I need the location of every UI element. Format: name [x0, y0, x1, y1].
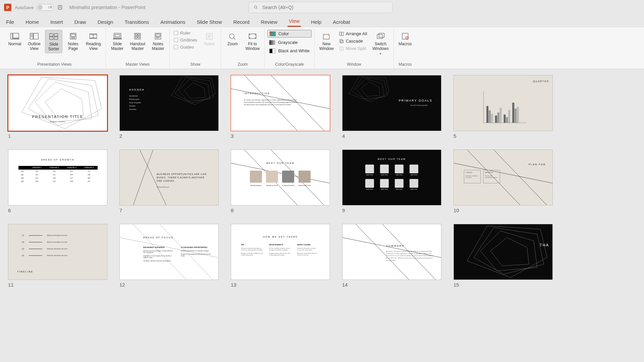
- slide-thumbnail-1[interactable]: PRESENTATION TITLEElegant · Modern1: [8, 75, 107, 139]
- svg-marker-100: [490, 238, 529, 266]
- svg-rect-16: [54, 37, 58, 40]
- document-title: Minimalist presentation - PowerPoint: [69, 5, 145, 10]
- tab-draw[interactable]: Draw: [73, 17, 88, 27]
- slide-number: 4: [342, 133, 441, 139]
- ribbon-tabs: FileHomeInsertDrawDesignTransitionsAnima…: [0, 15, 644, 27]
- slide-thumbnail-7[interactable]: BUSINESS OPPORTUNITIES ARE LIKE BUSES. T…: [119, 149, 219, 213]
- arrange-all-button[interactable]: Arrange All: [338, 31, 369, 37]
- svg-rect-15: [50, 37, 53, 40]
- black-white-button[interactable]: Black and White: [267, 47, 312, 54]
- move-split-button: Move Split: [338, 45, 369, 52]
- macros-button[interactable]: Macros: [396, 30, 414, 48]
- zoom-button[interactable]: Zoom: [224, 30, 241, 48]
- tab-insert[interactable]: Insert: [49, 17, 64, 27]
- tab-transitions[interactable]: Transitions: [123, 17, 150, 27]
- group-presentation-views: Normal Outline View Slide Sorter Notes P…: [3, 28, 106, 69]
- svg-rect-7: [13, 39, 19, 39]
- slide-number: 6: [8, 207, 107, 213]
- ruler-checkbox[interactable]: Ruler: [172, 30, 199, 36]
- new-window-button[interactable]: New Window: [317, 30, 336, 53]
- autosave-toggle[interactable]: Off: [37, 4, 54, 11]
- svg-marker-68: [361, 82, 380, 96]
- svg-rect-27: [136, 34, 137, 36]
- svg-rect-18: [71, 34, 75, 37]
- tab-home[interactable]: Home: [24, 17, 40, 27]
- slide-number: 1: [8, 133, 107, 139]
- slide-number: 3: [231, 133, 330, 139]
- tab-animations[interactable]: Animations: [159, 17, 186, 27]
- slide-thumbnail-10[interactable]: PLAN FORPLANNINGSynergize scalable e-com…: [453, 149, 553, 213]
- slide-number: 15: [453, 282, 553, 288]
- slide-number: 13: [231, 282, 330, 288]
- grayscale-button[interactable]: Grayscale: [267, 39, 312, 46]
- slide-thumbnail-14[interactable]: SUMMARYAt Contoso, we believe in giving …: [342, 224, 441, 288]
- svg-rect-45: [339, 32, 341, 36]
- slide-thumbnail-13[interactable]: HOW WE GET THEREROIEnvision multi-channe…: [231, 224, 330, 288]
- svg-marker-67: [356, 79, 384, 99]
- slide-number: 9: [342, 207, 441, 213]
- slide-thumbnail-8[interactable]: MEET OUR TEAMTAKUMA HAYASHIMIRJAM NILSSO…: [231, 149, 330, 213]
- svg-point-39: [230, 34, 234, 39]
- search-box[interactable]: [249, 2, 393, 13]
- slide-thumbnail-2[interactable]: AGENDAIntroductionPrimary goalsAreas of …: [119, 75, 219, 139]
- svg-rect-70: [486, 106, 488, 123]
- tab-design[interactable]: Design: [96, 17, 115, 27]
- svg-rect-71: [489, 110, 491, 123]
- fit-to-window-button[interactable]: Fit to Window: [243, 30, 262, 53]
- switch-windows-button[interactable]: Switch Windows▾: [370, 30, 391, 57]
- tab-record[interactable]: Record: [232, 17, 251, 27]
- svg-rect-25: [113, 39, 121, 39]
- slide-number: 8: [231, 207, 330, 213]
- svg-rect-24: [115, 35, 120, 37]
- ribbon: Normal Outline View Slide Sorter Notes P…: [0, 27, 644, 69]
- save-icon[interactable]: [57, 4, 63, 10]
- slide-sorter-button[interactable]: Slide Sorter: [45, 30, 62, 53]
- notes-page-button[interactable]: Notes Page: [64, 30, 82, 53]
- svg-rect-6: [13, 33, 19, 38]
- svg-marker-66: [353, 77, 387, 101]
- cascade-button[interactable]: Cascade: [338, 38, 369, 44]
- tab-acrobat[interactable]: Acrobat: [331, 17, 352, 27]
- slide-thumbnail-9[interactable]: MEET OUR TEAMNAME HERENAME HERENAME HERE…: [342, 149, 441, 213]
- gridlines-checkbox[interactable]: Gridlines: [172, 37, 199, 43]
- group-show: Ruler Gridlines Guides Notes Show: [170, 28, 221, 69]
- svg-rect-76: [504, 115, 506, 123]
- svg-line-85: [133, 150, 153, 205]
- svg-line-4: [257, 8, 258, 9]
- handout-master-button[interactable]: Handout Master: [128, 30, 147, 53]
- svg-marker-59: [175, 77, 214, 103]
- svg-rect-5: [11, 33, 12, 39]
- group-color-grayscale: Color Grayscale Black and White Color/Gr…: [265, 28, 315, 69]
- slide-sorter[interactable]: PRESENTATION TITLEElegant · Modern1AGEND…: [0, 69, 644, 294]
- slide-master-button[interactable]: Slide Master: [109, 30, 126, 53]
- slide-thumbnail-15[interactable]: THA15: [453, 224, 553, 288]
- notes-master-button[interactable]: Notes Master: [149, 30, 167, 53]
- svg-rect-46: [342, 32, 343, 36]
- svg-rect-53: [402, 33, 408, 39]
- slide-thumbnail-4[interactable]: PRIMARY GOALSAnnual revenue growth4: [342, 75, 441, 139]
- outline-view-button[interactable]: Outline View: [25, 30, 43, 53]
- normal-view-button[interactable]: Normal: [6, 30, 23, 48]
- slide-number: 5: [453, 133, 553, 139]
- notes-button: Notes: [201, 30, 218, 48]
- slide-thumbnail-12[interactable]: AREAS OF FOCUSB2B MARKET SCENARIOSDevelo…: [119, 224, 219, 288]
- slide-number: 14: [342, 282, 441, 288]
- slide-thumbnail-6[interactable]: AREAS OF GROWTHCATEGORY 1CATEGORY 2CATEG…: [8, 149, 107, 213]
- group-window: New Window Arrange All Cascade Move Spli…: [315, 28, 394, 69]
- slide-number: 12: [119, 282, 219, 288]
- color-button[interactable]: Color: [267, 30, 312, 38]
- tab-slide-show[interactable]: Slide Show: [195, 17, 223, 27]
- tab-help[interactable]: Help: [310, 17, 323, 27]
- search-input[interactable]: [262, 5, 388, 10]
- tab-file[interactable]: File: [5, 17, 15, 27]
- powerpoint-icon: P: [4, 4, 11, 11]
- slide-thumbnail-3[interactable]: INTRODUCTIONAt Contoso, we empower organ…: [231, 75, 330, 139]
- tab-review[interactable]: Review: [260, 17, 279, 27]
- guides-checkbox[interactable]: Guides: [172, 44, 199, 50]
- tab-view[interactable]: View: [287, 16, 301, 27]
- slide-thumbnail-11[interactable]: Q1Milestone description text hereQ2Miles…: [8, 224, 107, 288]
- slide-thumbnail-5[interactable]: QUARTER5: [453, 75, 553, 139]
- svg-marker-60: [179, 79, 210, 101]
- svg-marker-98: [474, 228, 544, 274]
- reading-view-button[interactable]: Reading View: [84, 30, 103, 53]
